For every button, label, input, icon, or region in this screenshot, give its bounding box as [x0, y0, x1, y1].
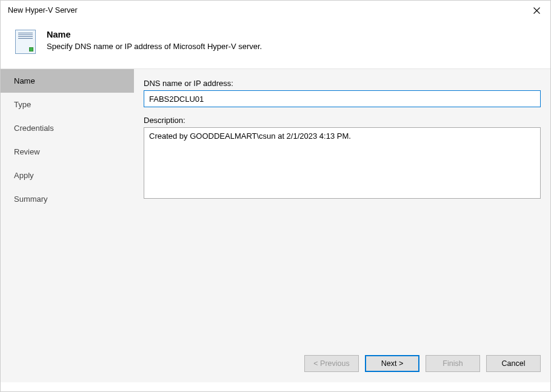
server-icon: [15, 30, 36, 54]
header-subtitle: Specify DNS name or IP address of Micros…: [47, 42, 262, 51]
wizard-content: Name Type Credentials Review Apply Summa…: [1, 69, 550, 345]
next-button[interactable]: Next >: [365, 355, 419, 372]
sidebar-item-label: Apply: [14, 171, 34, 180]
sidebar-item-type[interactable]: Type: [1, 93, 134, 116]
wizard-footer: < Previous Next > Finish Cancel: [1, 345, 550, 382]
header-text: Name Specify DNS name or IP address of M…: [47, 27, 262, 51]
description-input[interactable]: [144, 127, 541, 199]
sidebar-item-credentials[interactable]: Credentials: [1, 116, 134, 140]
sidebar-item-label: Name: [14, 76, 35, 85]
sidebar-item-label: Type: [14, 100, 31, 109]
header-title: Name: [47, 30, 262, 39]
wizard-sidebar: Name Type Credentials Review Apply Summa…: [1, 69, 134, 345]
dns-label: DNS name or IP address:: [144, 79, 541, 88]
sidebar-item-summary[interactable]: Summary: [1, 187, 134, 211]
sidebar-item-name[interactable]: Name: [1, 69, 134, 93]
close-button[interactable]: [523, 1, 550, 19]
finish-button: Finish: [426, 355, 480, 372]
sidebar-item-review[interactable]: Review: [1, 140, 134, 164]
wizard-main: DNS name or IP address: Description:: [134, 69, 550, 345]
previous-button: < Previous: [304, 355, 359, 372]
cancel-button[interactable]: Cancel: [486, 355, 541, 372]
wizard-header: Name Specify DNS name or IP address of M…: [1, 20, 550, 69]
sidebar-item-label: Credentials: [14, 124, 54, 133]
description-label: Description:: [144, 116, 541, 125]
dns-input[interactable]: [144, 90, 541, 107]
close-icon: [533, 7, 540, 14]
sidebar-item-label: Review: [14, 147, 40, 156]
titlebar: New Hyper-V Server: [1, 1, 550, 20]
window-title: New Hyper-V Server: [8, 6, 78, 15]
sidebar-item-label: Summary: [14, 194, 48, 204]
sidebar-item-apply[interactable]: Apply: [1, 164, 134, 187]
